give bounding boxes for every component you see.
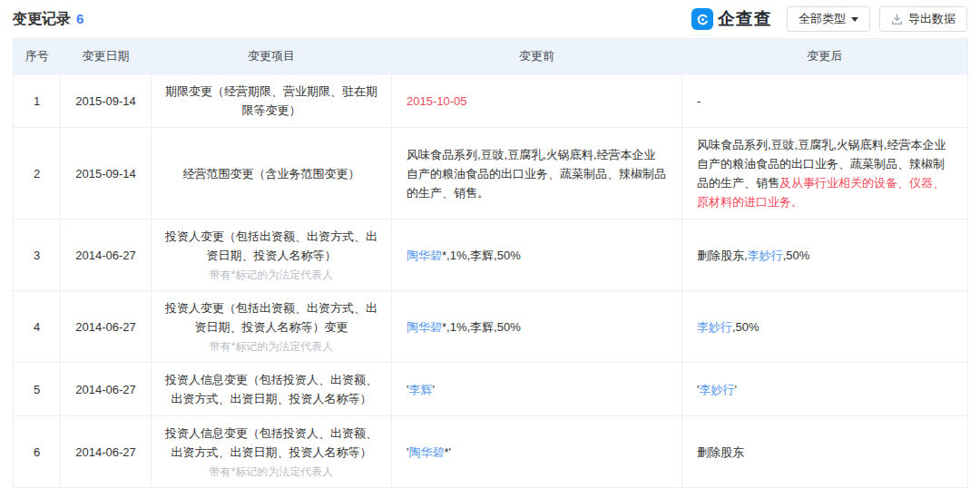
before-cell: '陶华碧*' [392,416,682,488]
serial-cell: 2 [14,128,61,220]
topbar: 变更记录 6 企查查 全部类型 [13,0,967,38]
after-cell: 风味食品系列,豆豉,豆腐乳,火锅底料,经营本企业自产的粮油食品的出口业务、蔬菜制… [682,128,968,220]
cell-text: *,1%,李辉,50% [442,249,521,262]
entity-link[interactable]: 陶华碧 [407,249,442,262]
item-cell: 经营范围变更（含业务范围变更） [152,128,392,220]
col-header-item: 变更项目 [152,39,392,74]
item-cell: 投资人信息变更（包括投资人、出资额、出资方式、出资日期、投资人名称等） [152,363,392,416]
col-header-date: 变更日期 [61,39,152,74]
legal-rep-note: 带有*标记的为法定代表人 [162,268,380,283]
cell-text: ' [432,383,434,396]
cell-text: 删除股东 [697,445,744,459]
col-header-after: 变更后 [682,39,968,74]
before-cell: 陶华碧*,1%,李辉,50% [392,220,682,291]
download-icon [891,14,903,25]
cell-text: *' [444,445,451,459]
table-row: 52014-06-27投资人信息变更（包括投资人、出资额、出资方式、出资日期、投… [14,363,968,416]
item-text: 投资人信息变更（包括投资人、出资额、出资方式、出资日期、投资人名称等） [162,424,380,462]
qichacha-logo-icon [691,8,713,30]
table-row: 12015-09-14期限变更（经营期限、营业期限、驻在期限等变更）2015-1… [14,74,968,128]
export-data-label: 导出数据 [908,11,956,27]
table-row: 42014-06-27投资人变更（包括出资额、出资方式、出资日期、投资人名称等）… [14,291,968,363]
table-row: 62014-06-27投资人信息变更（包括投资人、出资额、出资方式、出资日期、投… [14,416,968,488]
date-cell: 2015-09-14 [61,128,152,220]
table-row: 22015-09-14经营范围变更（含业务范围变更）风味食品系列,豆豉,豆腐乳,… [14,128,968,220]
date-cell: 2014-06-27 [61,416,152,488]
entity-link[interactable]: 李妙行 [697,320,732,334]
date-cell: 2015-09-14 [61,74,152,128]
item-text: 期限变更（经营期限、营业期限、驻在期限等变更） [162,82,380,120]
item-text: 投资人信息变更（包括投资人、出资额、出资方式、出资日期、投资人名称等） [162,370,380,408]
caret-down-icon [851,17,858,22]
record-count-badge: 6 [76,11,83,26]
date-cell: 2014-06-27 [61,363,152,416]
after-cell: 李妙行,50% [682,291,968,363]
date-cell: 2014-06-27 [61,220,152,291]
entity-link[interactable]: 陶华碧 [408,445,444,459]
toolbar: 企查查 全部类型 导出数据 [691,6,967,32]
entity-link[interactable]: 李妙行 [699,383,734,396]
serial-cell: 1 [14,74,61,128]
change-records-table: 序号 变更日期 变更项目 变更前 变更后 12015-09-14期限变更（经营期… [13,38,968,488]
cell-text: ' [734,383,736,396]
entity-link[interactable]: 李妙行 [748,249,783,262]
page-title: 变更记录 [13,10,71,29]
cell-text: - [697,94,701,108]
serial-cell: 5 [14,363,61,416]
item-cell: 投资人变更（包括出资额、出资方式、出资日期、投资人名称等）带有*标记的为法定代表… [152,220,392,291]
item-cell: 投资人信息变更（包括投资人、出资额、出资方式、出资日期、投资人名称等）带有*标记… [152,416,392,488]
serial-cell: 6 [14,416,61,488]
before-cell: 陶华碧*,1%,李辉,50% [392,291,682,363]
cell-text: *,1%,李辉,50% [442,320,521,334]
item-text: 投资人变更（包括出资额、出资方式、出资日期、投资人名称等） [162,227,380,265]
after-cell: 删除股东,李妙行,50% [682,220,968,291]
table-row: 32014-06-27投资人变更（包括出资额、出资方式、出资日期、投资人名称等）… [14,220,968,291]
before-cell: 风味食品系列,豆豉,豆腐乳,火锅底料,经营本企业自产的粮油食品的出口业务、蔬菜制… [392,128,682,220]
serial-cell: 4 [14,291,61,363]
type-filter-label: 全部类型 [799,11,846,27]
legal-rep-note: 带有*标记的为法定代表人 [162,339,380,355]
brand-name: 企查查 [718,7,772,31]
after-cell: '李妙行' [682,363,968,416]
changed-text: 2015-10-05 [407,94,467,108]
cell-text: 删除股东, [697,249,748,262]
entity-link[interactable]: 李辉 [408,383,432,396]
cell-text: ,50% [732,320,760,334]
legal-rep-note: 带有*标记的为法定代表人 [162,464,380,480]
change-records-panel: 变更记录 6 企查查 全部类型 [0,0,980,488]
before-cell: '李辉' [392,363,682,416]
cell-text: ,50% [783,249,810,262]
item-cell: 期限变更（经营期限、营业期限、驻在期限等变更） [152,74,392,128]
after-cell: 删除股东 [682,416,968,488]
item-text: 投资人变更（包括出资额、出资方式、出资日期、投资人名称等）变更 [162,298,380,337]
date-cell: 2014-06-27 [61,291,152,363]
col-header-before: 变更前 [392,39,682,74]
after-cell: - [682,74,968,128]
item-text: 经营范围变更（含业务范围变更） [162,164,380,183]
export-data-button[interactable]: 导出数据 [879,6,967,32]
qichacha-brand: 企查查 [691,7,772,31]
entity-link[interactable]: 陶华碧 [407,320,442,334]
cell-text: 风味食品系列,豆豉,豆腐乳,火锅底料,经营本企业自产的粮油食品的出口业务、蔬菜制… [407,148,666,200]
before-cell: 2015-10-05 [392,74,682,128]
table-body: 12015-09-14期限变更（经营期限、营业期限、驻在期限等变更）2015-1… [14,74,968,488]
serial-cell: 3 [14,220,61,291]
col-header-serial: 序号 [14,39,61,74]
type-filter-dropdown[interactable]: 全部类型 [787,6,870,32]
title-wrap: 变更记录 6 [13,10,83,29]
table-header: 序号 变更日期 变更项目 变更前 变更后 [14,39,968,74]
item-cell: 投资人变更（包括出资额、出资方式、出资日期、投资人名称等）变更带有*标记的为法定… [152,291,392,363]
